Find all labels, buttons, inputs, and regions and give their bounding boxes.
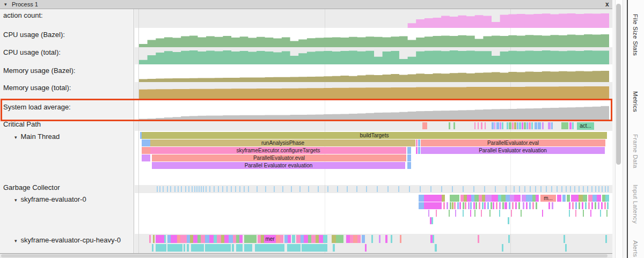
trace-slice[interactable] xyxy=(470,202,472,209)
trace-slice[interactable] xyxy=(605,195,609,202)
trace-slice[interactable] xyxy=(435,244,437,252)
trace-slice[interactable] xyxy=(337,186,338,192)
trace-slice[interactable] xyxy=(142,154,150,161)
trace-slice[interactable] xyxy=(248,186,249,192)
trace-slice[interactable] xyxy=(442,195,445,202)
trace-slice[interactable] xyxy=(311,235,316,243)
trace-slice[interactable] xyxy=(608,186,609,192)
trace-slice[interactable] xyxy=(514,122,516,129)
trace-slice-labeled[interactable]: runAnalysisPhase xyxy=(150,139,415,146)
trace-slice[interactable] xyxy=(163,186,164,192)
trace-slice[interactable] xyxy=(201,186,202,192)
collapse-arrow-icon[interactable]: ▾ xyxy=(14,238,17,244)
trace-slice[interactable] xyxy=(590,210,591,217)
trace-slice[interactable] xyxy=(588,195,592,202)
trace-slice[interactable] xyxy=(296,235,301,243)
trace-slice[interactable] xyxy=(449,122,450,129)
skyframe-evaluator-cpu-heavy-0-track[interactable]: mer xyxy=(135,234,612,253)
trace-slice[interactable] xyxy=(508,217,509,224)
trace-slice[interactable] xyxy=(579,186,580,192)
trace-slice[interactable] xyxy=(450,195,459,202)
trace-slice[interactable] xyxy=(569,202,570,209)
trace-slice[interactable] xyxy=(548,122,551,129)
trace-slice[interactable] xyxy=(157,186,158,192)
trace-slice[interactable] xyxy=(557,195,561,202)
trace-slice[interactable] xyxy=(501,195,506,202)
trace-slice[interactable] xyxy=(420,186,421,192)
memory-usage-bazel-chart[interactable] xyxy=(139,64,609,82)
trace-slice[interactable] xyxy=(424,195,442,202)
trace-slice[interactable] xyxy=(424,202,442,209)
process-header-bar[interactable]: ▾ Process 1 x xyxy=(0,0,612,9)
trace-slice[interactable] xyxy=(178,186,179,192)
trace-slice[interactable] xyxy=(591,202,593,209)
trace-slice[interactable] xyxy=(206,186,207,192)
trace-slice[interactable] xyxy=(595,186,596,192)
trace-slice[interactable] xyxy=(288,235,291,243)
trace-slice-labeled[interactable]: ParallelEvaluator.eval xyxy=(421,139,605,146)
trace-slice[interactable] xyxy=(346,235,350,243)
trace-slice[interactable] xyxy=(455,210,456,217)
trace-slice[interactable] xyxy=(452,202,453,209)
trace-slice[interactable] xyxy=(255,244,284,252)
trace-slice[interactable] xyxy=(474,210,475,217)
collapse-arrow-icon[interactable]: ▾ xyxy=(4,2,7,7)
trace-slice[interactable] xyxy=(318,186,319,192)
trace-slice[interactable] xyxy=(171,235,177,243)
trace-slice[interactable] xyxy=(605,186,606,192)
trace-slice[interactable] xyxy=(371,235,373,243)
trace-slice[interactable] xyxy=(205,244,231,252)
trace-slice[interactable] xyxy=(463,186,464,192)
trace-slice[interactable] xyxy=(502,244,503,252)
trace-slice[interactable] xyxy=(604,202,606,209)
trace-slice[interactable] xyxy=(327,186,328,192)
trace-slice[interactable] xyxy=(336,235,343,243)
trace-slice[interactable] xyxy=(484,202,486,209)
trace-slice[interactable] xyxy=(592,195,597,202)
trace-slice[interactable] xyxy=(291,186,292,192)
trace-slice[interactable] xyxy=(430,186,431,192)
vertical-scrollbar-thumb[interactable] xyxy=(616,4,621,165)
trace-slice[interactable] xyxy=(489,210,491,217)
trace-slice[interactable] xyxy=(184,244,185,252)
trace-slice[interactable] xyxy=(502,122,503,129)
trace-slice[interactable] xyxy=(538,122,541,129)
trace-slice[interactable] xyxy=(292,235,295,243)
trace-slice[interactable] xyxy=(409,186,410,192)
trace-slice[interactable] xyxy=(582,202,583,209)
trace-slice[interactable] xyxy=(567,195,570,202)
trace-slice-labeled[interactable]: buildTargets xyxy=(142,132,607,139)
row-label-skyframe-evaluator-cpu-heavy-0[interactable]: ▾skyframe-evaluator-cpu-heavy-0 xyxy=(14,236,121,244)
cpu-usage-total-chart[interactable] xyxy=(139,47,609,64)
trace-slice[interactable] xyxy=(506,195,510,202)
trace-slice[interactable] xyxy=(218,186,219,192)
trace-slice[interactable] xyxy=(400,235,401,243)
trace-slice[interactable] xyxy=(478,122,479,129)
trace-slice[interactable] xyxy=(551,186,552,192)
trace-slice[interactable] xyxy=(479,202,480,209)
trace-slice[interactable] xyxy=(232,244,234,252)
trace-slice[interactable] xyxy=(463,202,464,209)
trace-slice[interactable] xyxy=(459,202,461,209)
trace-slice[interactable] xyxy=(366,186,367,192)
trace-slice[interactable] xyxy=(244,235,257,243)
trace-slice[interactable] xyxy=(491,202,492,209)
trace-slice[interactable] xyxy=(449,210,450,217)
trace-slice[interactable] xyxy=(142,139,150,146)
trace-slice[interactable] xyxy=(587,186,588,192)
trace-slice[interactable] xyxy=(276,235,280,243)
trace-slice[interactable] xyxy=(526,202,528,209)
trace-slice[interactable] xyxy=(152,244,153,252)
trace-slice[interactable] xyxy=(473,202,475,209)
trace-slice[interactable] xyxy=(468,202,470,209)
trace-slice[interactable] xyxy=(519,186,520,192)
trace-slice[interactable] xyxy=(521,210,522,217)
trace-slice[interactable] xyxy=(529,202,531,209)
trace-slice[interactable] xyxy=(465,202,466,209)
trace-slice[interactable] xyxy=(571,195,579,202)
trace-slice[interactable] xyxy=(579,195,583,202)
trace-slice[interactable] xyxy=(509,122,511,129)
trace-slice[interactable] xyxy=(605,235,607,243)
main-thread-track[interactable]: buildTargetsrunAnalysisPhaseParallelEval… xyxy=(135,131,612,185)
trace-slice[interactable] xyxy=(422,122,427,129)
